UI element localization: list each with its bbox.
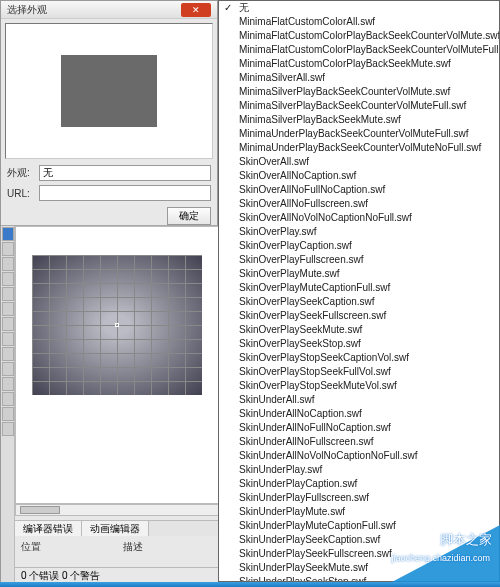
stage-canvas[interactable]	[15, 226, 219, 504]
dropdown-option[interactable]: SkinUnderPlayCaption.swf	[219, 477, 499, 491]
dropdown-option[interactable]: SkinUnderPlaySeekFullscreen.swf	[219, 547, 499, 561]
dropdown-option[interactable]: SkinUnderPlay.swf	[219, 463, 499, 477]
dropdown-option[interactable]: SkinOverAllNoVolNoCaptionNoFull.swf	[219, 211, 499, 225]
column-description: 描述	[117, 540, 219, 556]
tool-item[interactable]	[2, 422, 14, 436]
dropdown-option[interactable]: MinimaFlatCustomColorPlayBackSeekCounter…	[219, 43, 499, 57]
dropdown-option[interactable]: 无	[219, 1, 499, 15]
tool-item[interactable]	[2, 332, 14, 346]
dropdown-option[interactable]: SkinUnderPlayFullscreen.swf	[219, 491, 499, 505]
dropdown-option[interactable]: SkinOverPlaySeekMute.swf	[219, 323, 499, 337]
dropdown-option[interactable]: SkinUnderAllNoFullscreen.swf	[219, 435, 499, 449]
dropdown-option[interactable]: SkinUnderAll.swf	[219, 393, 499, 407]
dropdown-option[interactable]: SkinOverPlayStopSeekMuteVol.swf	[219, 379, 499, 393]
tool-strip	[1, 226, 15, 584]
dropdown-option[interactable]: SkinUnderPlayMuteCaptionFull.swf	[219, 519, 499, 533]
dropdown-option[interactable]: SkinOverPlayFullscreen.swf	[219, 253, 499, 267]
dropdown-option[interactable]: SkinOverAll.swf	[219, 155, 499, 169]
dropdown-option[interactable]: SkinOverPlayCaption.swf	[219, 239, 499, 253]
skin-preview	[5, 23, 213, 159]
tab-motion-editor[interactable]: 动画编辑器	[82, 521, 149, 536]
skin-dropdown-list[interactable]: 无MinimaFlatCustomColorAll.swfMinimaFlatC…	[218, 0, 500, 582]
tool-item[interactable]	[2, 302, 14, 316]
dropdown-option[interactable]: MinimaFlatCustomColorAll.swf	[219, 15, 499, 29]
dropdown-option[interactable]: MinimaFlatCustomColorPlayBackSeekCounter…	[219, 29, 499, 43]
dropdown-option[interactable]: SkinOverPlayStopSeekFullVol.swf	[219, 365, 499, 379]
ok-button[interactable]: 确定	[167, 207, 211, 225]
dropdown-option[interactable]: SkinOverPlayStopSeekCaptionVol.swf	[219, 351, 499, 365]
column-location: 位置	[15, 540, 117, 556]
scrollbar-thumb[interactable]	[20, 506, 60, 514]
dropdown-option[interactable]: SkinOverAllNoCaption.swf	[219, 169, 499, 183]
dropdown-option[interactable]: SkinOverPlayMuteCaptionFull.swf	[219, 281, 499, 295]
dropdown-option[interactable]: SkinUnderAllNoFullNoCaption.swf	[219, 421, 499, 435]
skin-dropdown[interactable]: 无	[39, 165, 211, 181]
tool-item[interactable]	[2, 287, 14, 301]
taskbar[interactable]	[0, 582, 500, 587]
dropdown-option[interactable]: SkinUnderPlaySeekMute.swf	[219, 561, 499, 575]
dropdown-option[interactable]: MinimaSilverPlayBackSeekCounterVolMuteFu…	[219, 99, 499, 113]
horizontal-scrollbar[interactable]	[15, 504, 219, 516]
tool-item[interactable]	[2, 257, 14, 271]
dropdown-option[interactable]: SkinUnderAllNoCaption.swf	[219, 407, 499, 421]
dropdown-option[interactable]: MinimaSilverAll.swf	[219, 71, 499, 85]
dropdown-option[interactable]: SkinUnderPlayMute.swf	[219, 505, 499, 519]
url-label: URL:	[7, 188, 35, 199]
tool-item[interactable]	[2, 362, 14, 376]
dropdown-option[interactable]: MinimaUnderPlayBackSeekCounterVolMuteNoF…	[219, 141, 499, 155]
dropdown-option[interactable]: SkinUnderPlaySeekStop.swf	[219, 575, 499, 582]
dropdown-option[interactable]: SkinOverPlayMute.swf	[219, 267, 499, 281]
close-icon[interactable]: ✕	[181, 3, 211, 17]
preview-placeholder	[61, 55, 157, 127]
dropdown-option[interactable]: SkinOverPlaySeekCaption.swf	[219, 295, 499, 309]
status-bar: 0 个错误 0 个警告	[15, 567, 219, 583]
dropdown-option[interactable]: MinimaFlatCustomColorPlayBackSeekMute.sw…	[219, 57, 499, 71]
dropdown-option[interactable]: SkinOverPlay.swf	[219, 225, 499, 239]
dialog-title: 选择外观	[7, 4, 47, 15]
tool-item[interactable]	[2, 242, 14, 256]
skin-label: 外观:	[7, 166, 35, 180]
tool-item[interactable]	[2, 347, 14, 361]
registration-point-icon	[115, 323, 119, 327]
tab-compiler-errors[interactable]: 编译器错误	[15, 521, 82, 536]
dropdown-option[interactable]: MinimaSilverPlayBackSeekMute.swf	[219, 113, 499, 127]
tool-item[interactable]	[2, 392, 14, 406]
tool-selection[interactable]	[2, 227, 14, 241]
tool-item[interactable]	[2, 317, 14, 331]
dropdown-option[interactable]: SkinUnderPlaySeekCaption.swf	[219, 533, 499, 547]
dropdown-option[interactable]: SkinOverAllNoFullNoCaption.swf	[219, 183, 499, 197]
dropdown-option[interactable]: SkinOverAllNoFullscreen.swf	[219, 197, 499, 211]
video-component[interactable]	[32, 255, 202, 395]
tool-item[interactable]	[2, 377, 14, 391]
dropdown-option[interactable]: MinimaSilverPlayBackSeekCounterVolMute.s…	[219, 85, 499, 99]
dropdown-option[interactable]: MinimaUnderPlayBackSeekCounterVolMuteFul…	[219, 127, 499, 141]
dropdown-option[interactable]: SkinOverPlaySeekFullscreen.swf	[219, 309, 499, 323]
dropdown-option[interactable]: SkinUnderAllNoVolNoCaptionNoFull.swf	[219, 449, 499, 463]
tool-item[interactable]	[2, 407, 14, 421]
tool-item[interactable]	[2, 272, 14, 286]
url-input[interactable]	[39, 185, 211, 201]
dialog-titlebar[interactable]: 选择外观 ✕	[1, 1, 217, 19]
dropdown-option[interactable]: SkinOverPlaySeekStop.swf	[219, 337, 499, 351]
